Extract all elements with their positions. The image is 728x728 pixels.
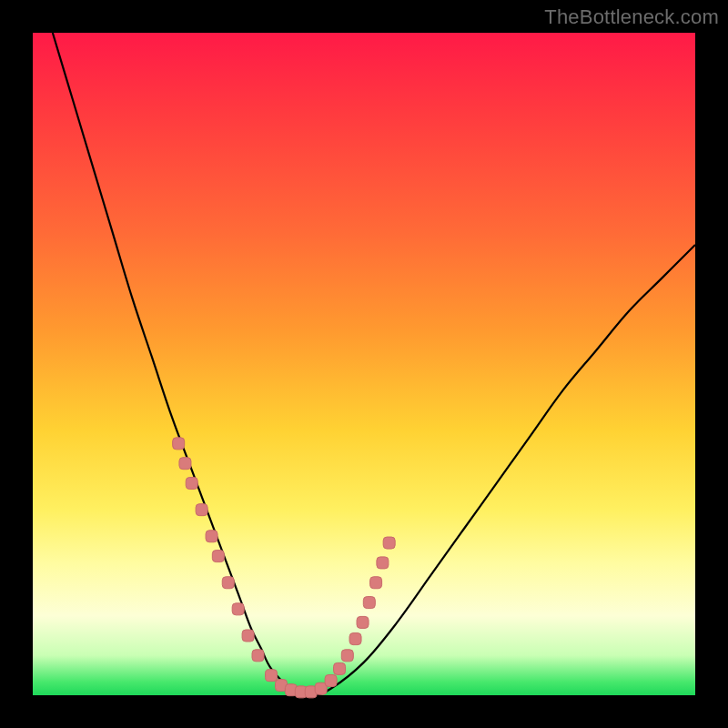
marker-point <box>334 662 346 674</box>
marker-point <box>377 557 389 569</box>
marker-point <box>363 597 375 609</box>
marker-point <box>206 531 217 542</box>
bottleneck-curve <box>53 33 695 695</box>
marker-point <box>349 633 361 645</box>
watermark-text: TheBottleneck.com <box>544 5 719 29</box>
marker-point <box>173 438 185 450</box>
marker-point <box>232 603 244 615</box>
marker-point <box>341 650 353 662</box>
marker-point <box>242 630 254 642</box>
marker-point <box>179 458 191 470</box>
marker-point <box>325 674 337 686</box>
marker-point <box>186 478 197 490</box>
chart-plot-area <box>33 33 695 695</box>
marker-point <box>266 670 278 682</box>
marker-point <box>196 504 207 516</box>
marker-point <box>212 551 224 562</box>
chart-svg <box>33 33 695 695</box>
marker-point <box>383 537 395 549</box>
marker-point <box>370 577 382 589</box>
marker-point <box>252 650 264 662</box>
marker-group <box>173 438 396 698</box>
chart-frame: TheBottleneck.com <box>0 0 728 728</box>
marker-point <box>222 577 234 589</box>
marker-point <box>357 616 369 628</box>
